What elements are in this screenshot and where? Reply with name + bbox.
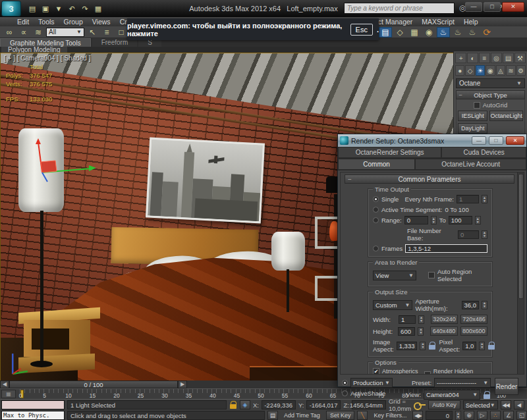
maximize-viewport-toggle-icon[interactable]: ◱	[516, 411, 527, 420]
spinner[interactable]: ▲▼	[418, 315, 424, 324]
render-setup-icon[interactable]: ♨	[437, 27, 450, 38]
menu-item[interactable]: MAXScript	[422, 18, 455, 26]
spinner[interactable]: ▲▼	[431, 216, 437, 224]
notes-icon[interactable]: ▤	[267, 411, 278, 420]
spinner[interactable]: ▲▼	[482, 230, 487, 239]
close-button[interactable]: ✕	[502, 2, 524, 12]
add-time-tag[interactable]: Add Time Tag	[281, 411, 323, 420]
view-dropdown[interactable]: Camera004▼	[424, 390, 480, 400]
spinner[interactable]: ▲▼	[475, 216, 481, 224]
res-800x600-button[interactable]: 800x600	[460, 327, 487, 336]
render-button[interactable]: Render	[495, 378, 518, 395]
save-file-icon[interactable]: ▼	[53, 3, 65, 14]
create-tab-icon[interactable]: ＋	[455, 53, 466, 63]
curve-editor-icon[interactable]: ◇	[393, 27, 406, 38]
tab-polygon-modeling[interactable]: Polygon Modeling	[1, 47, 67, 53]
tab-octanerender-settings[interactable]: OctaneRender Settings	[338, 147, 441, 158]
spinner[interactable]: ▲▼	[418, 327, 424, 336]
menu-item[interactable]: Views	[92, 18, 111, 26]
move-gizmo[interactable]	[28, 138, 100, 184]
spinner[interactable]: ▲▼	[479, 342, 485, 350]
menu-item[interactable]: Tools	[38, 18, 55, 26]
redo-icon[interactable]: ↷	[79, 3, 91, 14]
zoom-extents-icon[interactable]: ▷	[477, 411, 487, 420]
pixel-aspect-field[interactable]: 1,0	[462, 342, 476, 350]
time-slider-next-arrow[interactable]: ▶	[178, 381, 187, 388]
infocenter-search-input[interactable]	[344, 3, 455, 14]
geometry-category-icon[interactable]: ●	[455, 65, 464, 76]
modify-tab-icon[interactable]: ◐	[467, 53, 478, 63]
spinner[interactable]: ▲▼	[420, 342, 426, 350]
selection-filter-dropdown[interactable]: All▼	[46, 28, 84, 37]
production-radio[interactable]	[342, 380, 348, 386]
rendered-frame-window-icon[interactable]: ♨	[451, 27, 464, 38]
systems-category-icon[interactable]: ⚙	[516, 65, 526, 76]
range-radio[interactable]	[373, 217, 379, 223]
spacewarps-category-icon[interactable]: ≋	[506, 65, 515, 76]
display-tab-icon[interactable]: ▤	[503, 53, 514, 63]
walkthrough-icon[interactable]: ∴	[490, 411, 501, 420]
object-type-rollout-header[interactable]: −Object Type	[456, 90, 525, 99]
active-time-segment-radio[interactable]	[373, 207, 379, 213]
utilities-tab-icon[interactable]: ⚒	[514, 53, 526, 63]
time-slider-prev-arrow[interactable]: ◀	[0, 381, 9, 388]
dialog-maximize-button[interactable]: □	[489, 136, 503, 145]
project-folder-icon[interactable]: ▦	[92, 3, 104, 14]
tab-graphite-modeling-tools[interactable]: Graphite Modeling Tools	[0, 38, 91, 47]
range-to-field[interactable]: 100	[449, 216, 472, 224]
render-production-icon[interactable]: ♨	[466, 27, 479, 38]
material-editor-icon[interactable]: ◉	[422, 27, 435, 38]
tab-cuda-devices[interactable]: Cuda Devices	[441, 147, 526, 158]
option-checkbox[interactable]: Render Hidden Geometry	[424, 368, 487, 375]
open-file-icon[interactable]: ▣	[40, 3, 51, 14]
select-and-link-icon[interactable]: ∞	[3, 27, 16, 38]
spinner[interactable]: ▲▼	[482, 195, 487, 203]
maximize-button[interactable]: □	[484, 2, 501, 12]
selection-lock-icon[interactable]	[229, 401, 237, 409]
spinner[interactable]: ▲▼	[482, 301, 487, 309]
new-scene-icon[interactable]: ▤	[26, 3, 38, 14]
view-lock-icon[interactable]	[483, 391, 491, 399]
set-key-button[interactable]: Set Key	[326, 411, 355, 420]
time-slider-handle[interactable]: 0 / 100	[9, 381, 178, 388]
light-category-dropdown[interactable]: Octane▼	[456, 78, 525, 88]
range-from-field[interactable]: 0	[404, 216, 428, 224]
cameras-category-icon[interactable]: ◉	[485, 65, 495, 76]
option-checkbox[interactable]: Atmospherics	[373, 368, 423, 375]
layer-manager-icon[interactable]: ▦	[408, 27, 421, 38]
menu-item[interactable]: Help	[464, 18, 478, 26]
bind-to-space-warp-icon[interactable]: ≋	[32, 27, 45, 38]
rectangular-selection-region-icon[interactable]: □	[115, 27, 128, 38]
tab-octanelive-account[interactable]: OctaneLive Account	[415, 159, 526, 170]
dialog-title-bar[interactable]: Render Setup: Octane3dsmax — □ ✕	[338, 134, 526, 147]
helpers-category-icon[interactable]: ◬	[496, 65, 505, 76]
width-field[interactable]: 1	[399, 315, 416, 324]
height-field[interactable]: 600	[398, 327, 415, 336]
autogrid-checkbox[interactable]: AutoGrid	[458, 101, 523, 109]
menu-item[interactable]: Group	[64, 18, 83, 26]
single-radio[interactable]	[373, 196, 379, 202]
production-dropdown[interactable]: Production▼	[350, 378, 393, 388]
key-step-toggle-icon[interactable]: ◀▶	[412, 411, 423, 420]
undo-icon[interactable]: ↶	[66, 3, 78, 14]
dialog-scrollbar[interactable]	[517, 172, 524, 374]
3dsmax-logo-icon[interactable]: 3	[1, 1, 21, 16]
time-configuration-icon[interactable]: ⊕	[464, 411, 474, 420]
minimize-button[interactable]: —	[465, 2, 482, 12]
x-coordinate-field[interactable]: -2249,336	[262, 400, 296, 409]
file-number-base-field[interactable]: 0	[458, 230, 479, 239]
menu-item[interactable]: Edit	[17, 18, 29, 26]
y-coordinate-field[interactable]: -1664,017	[306, 400, 341, 409]
auto-region-checkbox[interactable]	[428, 272, 435, 278]
tab-common[interactable]: Common	[338, 159, 415, 170]
field-of-view-icon[interactable]: ∠	[503, 411, 514, 420]
viewport-label[interactable]: [ + ] [ Camera004 ] [ Shaded ]	[4, 55, 90, 62]
res-640x480-button[interactable]: 640x480	[430, 327, 457, 336]
common-parameters-rollout[interactable]: − Common Parameters	[345, 174, 514, 184]
unlink-selection-icon[interactable]: ∝	[17, 27, 30, 38]
image-aspect-lock-icon[interactable]	[428, 342, 436, 350]
dialog-close-button[interactable]: ✕	[506, 136, 524, 145]
dialog-minimize-button[interactable]: —	[472, 136, 486, 145]
lights-category-icon[interactable]: ☀	[476, 65, 485, 76]
mini-curve-editor-icon[interactable]: ▦	[1, 390, 16, 398]
